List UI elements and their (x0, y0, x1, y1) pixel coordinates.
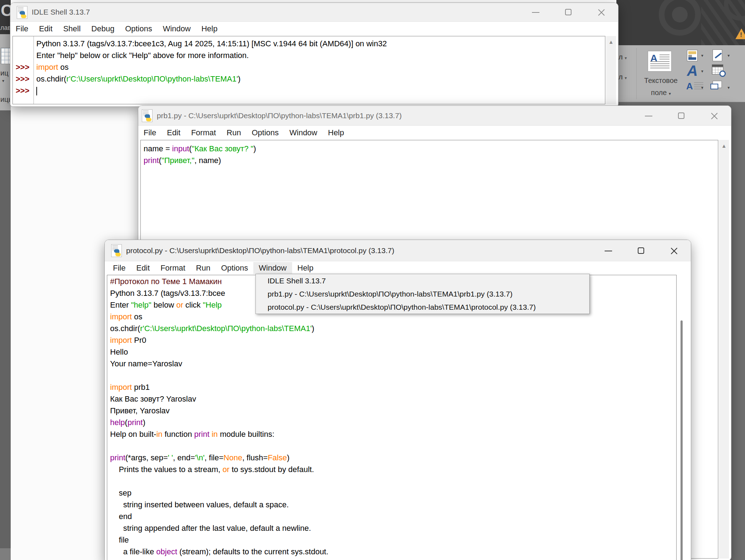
drop-cap-icon[interactable]: A (686, 81, 693, 92)
menu-2[interactable]: Shell (58, 23, 86, 35)
chevron-down-icon[interactable]: ▾ (701, 69, 703, 74)
code-line: import prb1 (110, 381, 328, 393)
menu-5[interactable]: Window (253, 262, 292, 274)
maximize-button[interactable] (558, 3, 579, 21)
menu-4[interactable]: Options (246, 127, 284, 139)
table-button-label-partial[interactable]: иц (0, 69, 9, 77)
menu-5[interactable]: Window (284, 127, 322, 139)
menu-3[interactable]: Run (221, 127, 246, 139)
shell-scrollbar[interactable]: ▲ (606, 36, 616, 104)
text-box-icon[interactable]: A (648, 51, 672, 72)
date-time-icon[interactable] (712, 64, 723, 74)
word-titlebar-background: ! (616, 0, 745, 45)
prompt-2[interactable]: >>> (16, 61, 30, 73)
code-line: end (110, 511, 328, 522)
window-title: prb1.py - C:\Users\uprkt\Desktop\ПО\pyth… (157, 111, 402, 120)
close-button[interactable] (703, 106, 725, 125)
shell-code: Python 3.13.7 (tags/v3.13.7:bcee1c3, Aug… (36, 38, 387, 96)
warning-icon[interactable]: ! (735, 28, 745, 39)
shell-prompt-gutter: >>>>>>>>> (16, 38, 30, 96)
code-line (110, 370, 328, 381)
text-box-button-label[interactable]: поле ▾ (638, 89, 684, 97)
protocol-titlebar[interactable]: protocol.py - C:\Users\uprkt\Desktop\ПО\… (105, 240, 691, 261)
menu-2[interactable]: Format (155, 262, 191, 274)
minimize-button[interactable] (525, 3, 546, 21)
menu-1[interactable]: Edit (161, 127, 186, 139)
window-menu-item-0[interactable]: IDLE Shell 3.13.7 (256, 274, 589, 287)
menu-1[interactable]: Edit (33, 23, 58, 35)
protocol-text-area[interactable]: #Протокол по Теме 1 МамакинPython 3.13.7… (107, 275, 677, 560)
minimize-button[interactable] (638, 106, 659, 125)
quick-parts-icon[interactable] (687, 50, 698, 61)
code-line: sep (110, 487, 328, 499)
protocol-menubar: FileEditFormatRunOptionsWindowHelp (105, 261, 691, 275)
menu-3[interactable]: Run (191, 262, 216, 274)
menu-0[interactable]: File (10, 23, 33, 35)
signature-line-icon[interactable] (713, 49, 722, 61)
prb1-titlebar[interactable]: prb1.py - C:\Users\uprkt\Desktop\ПО\pyth… (138, 106, 731, 126)
code-line: Python 3.13.7 (tags/v3.13.7:bcee1c3, Aug… (36, 38, 387, 49)
menu-5[interactable]: Window (157, 23, 196, 35)
chevron-down-icon[interactable]: ▾ (728, 53, 730, 58)
protocol-code: #Протокол по Теме 1 МамакинPython 3.13.7… (110, 276, 328, 560)
prompt-4[interactable]: >>> (16, 85, 30, 96)
wordart-icon[interactable]: A (687, 62, 698, 79)
menu-2[interactable]: Format (186, 127, 221, 139)
scroll-up-icon[interactable]: ▲ (606, 39, 616, 45)
table-grid-icon[interactable] (1, 48, 11, 64)
maximize-button[interactable] (630, 240, 652, 261)
python-file-icon (111, 244, 122, 257)
menu-0[interactable]: File (108, 262, 131, 274)
menu-1[interactable]: Edit (131, 262, 155, 274)
ribbon-group-divider (636, 48, 637, 99)
shell-titlebar[interactable]: IDLE Shell 3.13.7 (10, 3, 618, 22)
prompt-0[interactable] (16, 38, 30, 49)
decorative-dot (672, 7, 688, 22)
chevron-down-icon[interactable]: ▾ (701, 53, 703, 58)
menu-6[interactable]: Help (323, 127, 350, 139)
python-file-icon (17, 6, 27, 19)
code-line: Prints the values to a stream, or to sys… (110, 464, 328, 475)
code-line: Hello (110, 346, 328, 358)
ribbon-group-label-partial: ицы (0, 95, 11, 104)
maximize-button[interactable] (671, 106, 692, 125)
idle-shell-window: IDLE Shell 3.13.7 FileEditShellDebugOpti… (10, 2, 619, 107)
menu-0[interactable]: File (138, 127, 161, 139)
menu-4[interactable]: Options (120, 23, 157, 35)
window-title: protocol.py - C:\Users\uprkt\Desktop\ПО\… (126, 246, 394, 255)
minimize-button[interactable] (597, 240, 619, 261)
window-title: IDLE Shell 3.13.7 (32, 8, 90, 16)
word-logo-partial: C (1, 1, 11, 20)
code-line: Help on built-in function print in modul… (110, 428, 328, 440)
prompt-1[interactable] (16, 49, 30, 61)
chevron-down-icon: ▾ (2, 78, 4, 83)
code-line: import os (36, 61, 387, 73)
scroll-up-icon[interactable]: ▲ (719, 143, 729, 149)
menu-6[interactable]: Help (196, 23, 223, 35)
ribbon-tab-partial[interactable]: лав (0, 24, 11, 32)
menu-4[interactable]: Options (216, 262, 253, 274)
ribbon-partial-dropdown[interactable]: л ▾ (619, 73, 627, 81)
code-line: Как Вас зовут? Yaroslav (110, 393, 328, 405)
code-line: a file-like object (stream); defaults to… (110, 546, 328, 558)
prb1-code: name = input("Как Вас зовут? ")print("Пр… (144, 143, 256, 166)
prb1-scrollbar[interactable]: ▲ (719, 140, 729, 559)
chevron-down-icon[interactable]: ▾ (728, 85, 730, 90)
shell-text-area[interactable]: >>>>>>>>> Python 3.13.7 (tags/v3.13.7:bc… (12, 36, 605, 104)
desktop: ! л ▾ л ▾ A Текстовое поле ▾ ▾ ▾ A ▾ A ▾… (0, 0, 745, 560)
prompt-3[interactable]: >>> (16, 73, 30, 85)
menu-6[interactable]: Help (292, 262, 319, 274)
close-button[interactable] (663, 240, 684, 261)
python-file-icon (142, 109, 152, 122)
menu-3[interactable]: Debug (86, 23, 120, 35)
protocol-scrollbar-thumb[interactable] (681, 320, 683, 560)
code-line (36, 85, 387, 96)
close-button[interactable] (590, 3, 612, 21)
window-menu-item-1[interactable]: prb1.py - C:\Users\uprkt\Desktop\ПО\pyth… (256, 287, 589, 300)
code-line: flush (110, 558, 328, 560)
window-menu-item-2[interactable]: protocol.py - C:\Users\uprkt\Desktop\ПО\… (256, 300, 589, 314)
ribbon-partial-dropdown[interactable]: л ▾ (619, 53, 627, 61)
chevron-down-icon[interactable]: ▾ (701, 85, 703, 90)
code-line: Enter "help" below or click "Help" above… (36, 49, 387, 61)
text-box-button-label[interactable]: Текстовое (638, 77, 684, 85)
